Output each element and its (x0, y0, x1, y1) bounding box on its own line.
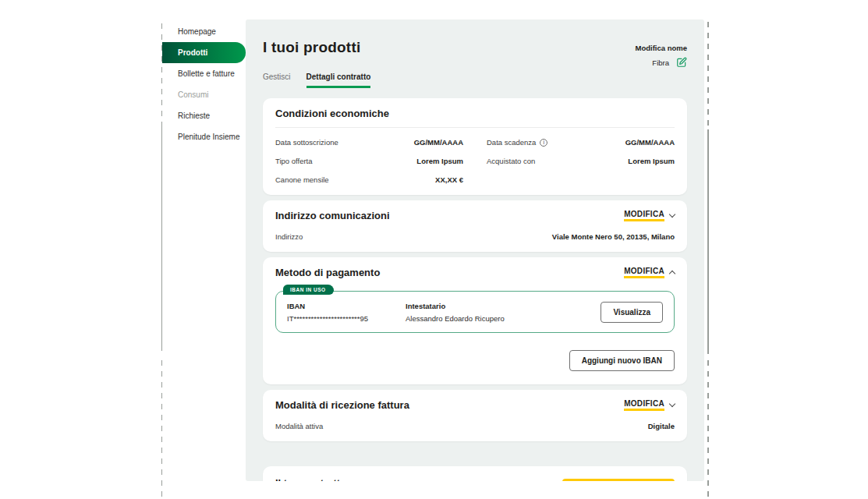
sidebar-item-bollette-e-fatture[interactable]: Bollette e fatture (162, 63, 246, 84)
sidebar-item-prodotti[interactable]: Prodotti (162, 42, 246, 63)
modifica-indirizzo-link[interactable]: MODIFICA (624, 210, 675, 221)
contratto-text-block: Il tuo contratto Scarica sul tuo disposi… (275, 477, 431, 481)
aggiungi-nuovo-iban-button[interactable]: Aggiungi nuovo IBAN (569, 350, 675, 371)
holder-label: Intestatario (406, 302, 601, 310)
iban-label: IBAN (287, 302, 406, 310)
iban-in-uso-badge: IBAN IN USO (283, 285, 334, 295)
field-label: Data scadenza i (487, 138, 547, 147)
sidebar: Homepage Prodotti Bollette e fatture Con… (162, 21, 246, 147)
field-label: Canone mensile (275, 175, 329, 184)
guide-dash-top (707, 22, 709, 129)
visualizza-button[interactable]: Visualizza (601, 302, 663, 323)
pagamento-title: Metodo di pagamento (275, 267, 380, 278)
guide-dash-bottom (707, 360, 709, 499)
field-data-sottoscrizione: Data sottoscrizione GG/MM/AAAA (275, 138, 463, 147)
sidebar-item-consumi[interactable]: Consumi (162, 84, 246, 105)
holder-value: Alessandro Edoardo Ricupero (406, 314, 601, 323)
field-value: Lorem Ipsum (628, 157, 675, 165)
condizioni-title: Condizioni economiche (275, 108, 389, 119)
product-rename-block: Modifica nome Fibra (635, 44, 687, 68)
field-value: Lorem Ipsum (416, 157, 463, 165)
guide-solid-middle (707, 129, 709, 354)
field-modalita-attiva: Modalità attiva Digitale (275, 422, 675, 430)
card-il-tuo-contratto: Il tuo contratto Scarica sul tuo disposi… (263, 466, 687, 481)
modifica-label: MODIFICA (624, 210, 664, 221)
sidebar-item-richieste[interactable]: Richieste (162, 105, 246, 126)
sidebar-item-homepage[interactable]: Homepage (162, 21, 246, 42)
field-acquistato-con: Acquistato con Lorem Ipsum (487, 157, 675, 165)
field-label: Acquistato con (487, 157, 535, 165)
edit-pencil-icon[interactable] (676, 57, 687, 68)
iban-in-uso-box: IBAN IN USO IBAN IT*********************… (275, 291, 675, 333)
main-content: I tuoi prodotti Modifica nome Fibra Gest… (246, 19, 704, 481)
field-label: Data sottoscrizione (275, 138, 338, 147)
field-value: XX,XX € (435, 175, 463, 184)
field-indirizzo: Indirizzo Viale Monte Nero 50, 20135, Mi… (275, 232, 675, 241)
field-canone-mensile: Canone mensile XX,XX € (275, 175, 463, 184)
modifica-pagamento-link[interactable]: MODIFICA (624, 267, 675, 278)
indirizzo-title: Indirizzo comunicazioni (275, 210, 390, 221)
fattura-title: Modalità di ricezione fattura (275, 399, 409, 411)
card-indirizzo-comunicazioni: Indirizzo comunicazioni MODIFICA Indiriz… (263, 200, 687, 252)
holder-column: Intestatario Alessandro Edoardo Ricupero (406, 302, 601, 323)
card-condizioni-economiche: Condizioni economiche Data sottoscrizion… (263, 98, 687, 195)
contratto-title: Il tuo contratto (275, 477, 431, 481)
sidebar-item-plenitude-insieme[interactable]: Plenitude Insieme (162, 126, 246, 147)
chevron-down-icon (669, 211, 675, 217)
card-metodo-di-pagamento: Metodo di pagamento MODIFICA IBAN IN USO… (263, 257, 687, 384)
field-value: Digitale (648, 422, 675, 430)
guide-dash-bottom (161, 360, 162, 499)
modifica-fattura-link[interactable]: MODIFICA (624, 399, 675, 411)
product-name: Fibra (652, 58, 669, 67)
iban-value: IT***********************95 (287, 314, 406, 323)
field-label: Tipo offerta (275, 157, 313, 165)
scarica-documento-button[interactable]: Scarica documento (562, 479, 675, 481)
field-label: Indirizzo (275, 232, 303, 241)
tab-bar: Gestisci Dettagli contratto (263, 73, 687, 88)
field-data-scadenza: Data scadenza i GG/MM/AAAA (487, 138, 675, 147)
field-tipo-offerta: Tipo offerta Lorem Ipsum (275, 157, 463, 165)
page-title: I tuoi prodotti (263, 39, 360, 68)
chevron-up-icon (669, 271, 675, 277)
tab-dettagli-contratto[interactable]: Dettagli contratto (306, 73, 371, 88)
guide-line-right (707, 0, 709, 499)
chevron-down-icon (669, 400, 675, 406)
field-value: Viale Monte Nero 50, 20135, Milano (552, 232, 675, 241)
tab-gestisci[interactable]: Gestisci (263, 73, 291, 88)
card-modalita-ricezione-fattura: Modalità di ricezione fattura MODIFICA M… (263, 390, 687, 441)
guide-solid-middle (161, 126, 162, 351)
modifica-label: MODIFICA (624, 267, 664, 278)
iban-column: IBAN IT***********************95 (287, 302, 406, 323)
modifica-label: MODIFICA (624, 399, 664, 411)
rename-label: Modifica nome (635, 44, 687, 52)
field-value: GG/MM/AAAA (625, 138, 675, 147)
field-label: Modalità attiva (275, 422, 323, 430)
page-header: I tuoi prodotti Modifica nome Fibra (263, 31, 687, 68)
info-icon[interactable]: i (540, 139, 547, 147)
field-value: GG/MM/AAAA (414, 138, 463, 147)
